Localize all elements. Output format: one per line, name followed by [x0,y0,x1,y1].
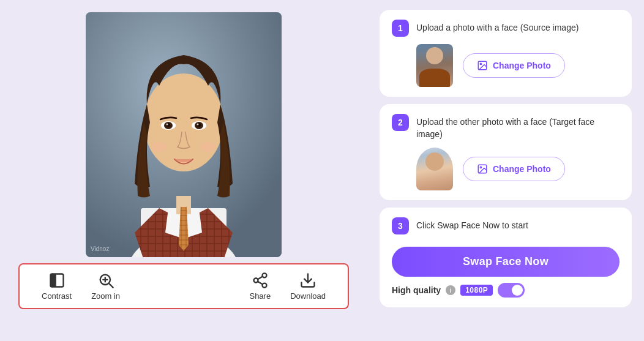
zoom-button[interactable]: Zoom in [81,269,130,303]
step2-badge: 2 [392,114,409,131]
step3-card: 3 Click Swap Face Now to start Swap Face… [380,208,632,307]
svg-point-36 [480,167,481,168]
change-photo-btn-2[interactable]: Change Photo [463,157,565,181]
svg-line-31 [258,277,263,280]
change-photo-label-2: Change Photo [493,164,551,174]
quality-label: High quality [392,285,441,295]
download-button[interactable]: Download [280,269,335,303]
quality-toggle[interactable] [498,283,525,298]
left-panel: Vidnoz Contrast Zoom in [0,0,367,341]
step2-title: Upload the other photo with a face (Targ… [416,114,620,140]
swap-face-button[interactable]: Swap Face Now [392,247,620,277]
step2-card: 2 Upload the other photo with a face (Ta… [380,104,632,200]
quality-badge: 1080P [460,285,493,296]
download-label: Download [290,291,326,301]
toolbar: Contrast Zoom in Share [18,263,349,309]
quality-row: High quality i 1080P [392,283,620,298]
step1-title: Upload a photo with a face (Source image… [416,20,578,34]
zoom-label: Zoom in [91,291,120,301]
preview-image-container: Vidnoz [86,12,282,257]
svg-point-18 [197,124,199,126]
right-panel: 1 Upload a photo with a face (Source ima… [367,0,644,341]
svg-point-34 [480,63,481,64]
svg-line-30 [258,282,263,285]
target-photo-thumb [416,148,453,190]
image-icon-2 [477,163,488,174]
svg-point-20 [201,142,215,152]
share-button[interactable]: Share [239,269,280,303]
svg-line-24 [109,283,113,287]
step1-badge: 1 [392,20,409,37]
contrast-button[interactable]: Contrast [32,269,81,303]
step3-badge: 3 [392,217,409,234]
step3-title: Click Swap Face Now to start [416,217,528,232]
svg-point-10 [144,73,223,171]
svg-rect-21 [50,274,56,287]
preview-image [86,12,282,257]
svg-point-14 [167,124,168,126]
step1-card: 1 Upload a photo with a face (Source ima… [380,10,632,97]
change-photo-btn-1[interactable]: Change Photo [463,53,565,78]
svg-point-19 [152,142,167,152]
share-label: Share [249,291,271,301]
contrast-label: Contrast [42,291,72,301]
image-icon-1 [477,60,488,71]
watermark: Vidnoz [91,245,109,252]
info-icon[interactable]: i [446,285,455,295]
source-photo-thumb [416,44,453,87]
change-photo-label-1: Change Photo [493,61,551,70]
